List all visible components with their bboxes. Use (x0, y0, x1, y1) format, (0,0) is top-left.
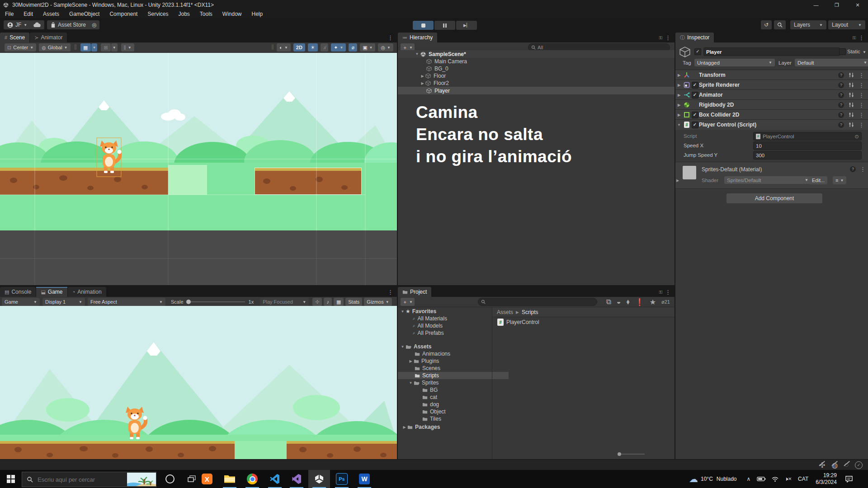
preset-icon[interactable] (849, 102, 854, 108)
minimize-button[interactable]: — (806, 0, 826, 10)
layout-dropdown[interactable]: Layout ▼ (828, 20, 865, 29)
preset-icon[interactable] (849, 72, 854, 78)
foldout-arrow-icon[interactable]: ▶ (420, 74, 425, 78)
kebab-icon[interactable]: ⋮ (859, 82, 864, 88)
camera-settings-dropdown[interactable]: ▣▼ (360, 43, 375, 52)
foldout-arrow-icon[interactable]: ▼ (414, 52, 420, 56)
display-dropdown[interactable]: Display 1▼ (42, 298, 85, 306)
object-picker-icon[interactable]: ⊙ (854, 133, 859, 140)
foldout-arrow-icon[interactable]: ▶ (675, 113, 683, 117)
kebab-icon[interactable]: ⋮ (665, 35, 671, 41)
cloud-button[interactable] (30, 20, 44, 29)
project-folder-tiles[interactable]: Tiles (398, 415, 516, 422)
services-button[interactable]: ◎ (89, 20, 99, 29)
effects-dropdown[interactable]: ✦▼ (331, 43, 346, 52)
lock-icon[interactable]: ⚿ (659, 290, 662, 295)
hierarchy-row-scene[interactable]: ▼ SampleScene* (398, 50, 675, 58)
jump-speed-y-field[interactable]: 300 (753, 151, 862, 160)
open-in-new-icon[interactable]: ⧉ (606, 298, 611, 306)
layers-dropdown[interactable]: Layers ▼ (790, 20, 826, 29)
debug-button[interactable]: ✣ (312, 298, 322, 306)
scene-audio-button[interactable]: ♪̸ (321, 43, 329, 52)
project-split-divider[interactable] (492, 307, 492, 459)
enabled-checkbox[interactable]: ✓ (692, 92, 698, 99)
battery-icon[interactable] (757, 476, 766, 482)
breadcrumb-current[interactable]: Scripts (522, 309, 538, 315)
cache-server-disabled-icon[interactable]: ◍ (832, 461, 838, 469)
snap-increment-dropdown[interactable]: ▼ (111, 43, 118, 52)
kebab-icon[interactable]: ⋮ (859, 112, 864, 118)
foldout-arrow-icon[interactable]: ▶ (675, 73, 683, 77)
tag-dropdown[interactable]: Untagged▼ (694, 59, 775, 66)
scene-lighting-button[interactable]: ☀ (308, 43, 318, 52)
floor-platform-left[interactable] (0, 168, 168, 195)
notification-center-icon[interactable] (845, 475, 853, 483)
kebab-icon[interactable]: ⋮ (859, 35, 864, 41)
menu-tools[interactable]: Tools (195, 11, 217, 17)
project-folder-dog[interactable]: dog (398, 401, 516, 408)
display-target-dropdown[interactable]: Game▼ (2, 298, 40, 306)
taskbar-app-photoshop[interactable]: Ps (331, 470, 353, 488)
project-search-input[interactable] (478, 298, 597, 306)
help-icon[interactable]: ? (838, 102, 844, 108)
foldout-arrow-icon[interactable]: ▼ (675, 123, 683, 127)
project-folder-bg[interactable]: BG (398, 386, 516, 394)
progress-ok-icon[interactable]: ✓ (855, 461, 863, 469)
help-icon[interactable]: ? (850, 166, 856, 172)
project-folder-plugins[interactable]: ▶ Plugins (398, 357, 502, 365)
play-button-active[interactable] (413, 21, 434, 30)
help-icon[interactable]: ? (838, 122, 844, 128)
stats-button[interactable]: Stats (345, 298, 362, 306)
foldout-arrow-icon[interactable]: ▶ (420, 81, 425, 85)
grid-snapping-dropdown[interactable]: ▼ (91, 43, 98, 52)
lock-icon[interactable]: ⚿ (659, 35, 662, 41)
taskbar-app-unity[interactable] (308, 470, 330, 488)
tab-scene[interactable]: # Scene (0, 33, 29, 42)
thumbnail-zoom-knob[interactable] (618, 452, 621, 456)
component-box-collider2d[interactable]: ▶ ✓ Box Collider 2D ? ⋮ (675, 109, 868, 120)
menu-assets[interactable]: Assets (38, 11, 64, 17)
chevron-down-icon[interactable]: ▼ (863, 50, 866, 54)
hierarchy-row-main-camera[interactable]: Main Camera (398, 58, 675, 65)
project-packages[interactable]: ▶ Packages (398, 423, 495, 431)
mute-audio-button[interactable]: ♪ (324, 298, 332, 306)
scale-slider-track[interactable] (191, 301, 245, 302)
project-fav-all-prefabs[interactable]: ⌕ All Prefabs (398, 329, 507, 337)
scene-viewport[interactable] (0, 53, 397, 285)
tab-console[interactable]: ▤ Console (0, 287, 36, 297)
preset-icon[interactable] (849, 112, 854, 117)
step-button[interactable]: ▶▏ (456, 21, 477, 30)
kebab-icon[interactable]: ⋮ (859, 122, 864, 128)
aspect-ratio-dropdown[interactable]: Free Aspect▼ (88, 298, 165, 306)
taskbar-search[interactable] (22, 472, 156, 487)
gizmos-toggle-dropdown[interactable]: Gizmos▼ (364, 298, 392, 306)
tab-animation[interactable]: ◔ Animation (68, 287, 106, 297)
hierarchy-row-floor[interactable]: ▶ Floor (398, 72, 675, 80)
search-by-label-icon[interactable]: ⬧ (627, 298, 630, 306)
start-button[interactable] (0, 470, 22, 488)
foldout-arrow-icon[interactable]: ▶ (675, 83, 683, 87)
vsync-button[interactable]: ▦ (334, 298, 344, 306)
foldout-arrow-icon[interactable]: ▶ (675, 103, 683, 107)
measure-button[interactable]: ⫼▼ (121, 43, 134, 52)
project-favorites[interactable]: ▼★ Favorites (398, 308, 494, 315)
pause-button[interactable] (434, 21, 455, 30)
preset-icon[interactable] (849, 82, 854, 88)
object-name-field[interactable]: Player (703, 47, 840, 56)
menu-jobs[interactable]: Jobs (173, 11, 194, 17)
kebab-icon[interactable]: ⋮ (665, 289, 671, 295)
kebab-icon[interactable]: ⋮ (387, 289, 393, 295)
material-list-dropdown[interactable]: ≡▼ (833, 176, 846, 184)
foldout-arrow-icon[interactable]: ▶ (675, 93, 683, 97)
floor-platform-right[interactable] (255, 168, 362, 195)
weather-desc[interactable]: Nublado (717, 476, 737, 482)
layer-dropdown[interactable]: Default▼ (795, 59, 868, 66)
component-transform[interactable]: ▶ Transform ? ⋮ (675, 70, 868, 80)
shader-dropdown[interactable]: Sprites/Default▼ (724, 176, 811, 184)
taskbar-app-explorer[interactable] (219, 470, 241, 488)
material-preview[interactable] (683, 166, 696, 179)
grid-snapping-button[interactable]: ▦ (80, 43, 90, 52)
weather-temp[interactable]: 10°C (701, 476, 713, 482)
preset-icon[interactable] (849, 122, 854, 127)
hierarchy-row-bg0[interactable]: BG_0 (398, 65, 675, 72)
